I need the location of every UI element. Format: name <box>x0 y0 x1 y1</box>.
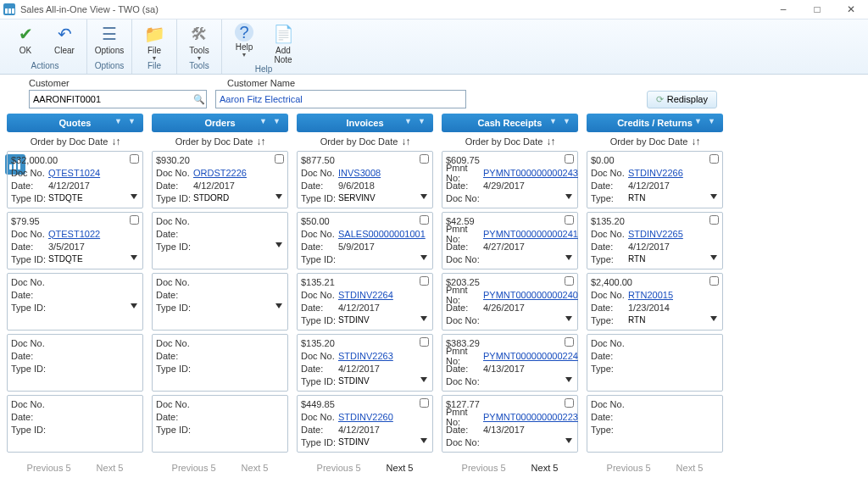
order-by[interactable]: Order by Doc Date↓↑ <box>7 132 143 151</box>
lookup-icon[interactable]: 🔍 <box>192 92 207 107</box>
tools-button[interactable]: 🛠 Tools ▼ <box>182 21 216 61</box>
order-by[interactable]: Order by Doc Date↓↑ <box>442 132 578 151</box>
type-select-wrap[interactable]: RTN <box>628 253 719 265</box>
type-select-wrap[interactable] <box>483 436 574 448</box>
ok-button[interactable]: ✔ OK <box>8 21 42 55</box>
doc-value[interactable]: STDINV2264 <box>338 290 393 300</box>
clear-button[interactable]: ↶ Clear <box>47 21 81 55</box>
customer-name-input[interactable] <box>215 90 466 108</box>
doc-value[interactable]: PYMNT000000000223 <box>483 412 578 422</box>
next-5[interactable]: Next 5 <box>676 463 704 473</box>
order-by[interactable]: Order by Doc Date↓↑ <box>152 132 288 151</box>
doc-value[interactable]: PYMNT000000000241 <box>483 229 578 239</box>
type-select[interactable]: STDQTE <box>48 253 83 265</box>
prev-5[interactable]: Previous 5 <box>607 463 651 473</box>
card-checkbox[interactable] <box>709 215 719 225</box>
file-button[interactable]: 📁 File ▼ <box>137 21 171 61</box>
maximize-button[interactable]: □ <box>800 0 834 19</box>
sort-arrows-icon[interactable]: ↓↑ <box>401 136 409 147</box>
doc-value[interactable]: SALES00000001001 <box>338 229 426 239</box>
type-select[interactable]: STDINV <box>338 436 370 448</box>
doc-value[interactable]: RTN20015 <box>628 290 673 300</box>
sort-arrows-icon[interactable]: ↓↑ <box>546 136 554 147</box>
type-select-wrap[interactable]: STDINV <box>338 375 429 387</box>
type-select-wrap[interactable] <box>483 375 574 387</box>
type-select[interactable]: SERVINV <box>338 192 376 204</box>
next-5[interactable]: Next 5 <box>387 463 414 473</box>
type-select[interactable]: RTN <box>628 253 646 265</box>
minimize-button[interactable]: – <box>766 0 800 19</box>
filter-icon[interactable]: ▼ <box>418 117 430 129</box>
doc-value[interactable]: STDINV2265 <box>628 229 683 239</box>
type-select-wrap[interactable] <box>48 301 139 314</box>
type-select-wrap[interactable]: STDORD <box>193 192 284 204</box>
customer-id-input[interactable] <box>29 90 207 108</box>
type-select-wrap[interactable] <box>193 240 284 253</box>
card-checkbox[interactable] <box>565 398 574 408</box>
filter-icon[interactable]: ▼ <box>404 117 416 129</box>
next-5[interactable]: Next 5 <box>531 463 559 473</box>
add-note-button[interactable]: 📄 Add Note <box>266 21 300 64</box>
type-select-wrap[interactable]: RTN <box>628 314 719 326</box>
card-checkbox[interactable] <box>565 154 574 164</box>
help-button[interactable]: ? Help ▼ <box>227 21 261 58</box>
type-select[interactable]: RTN <box>628 192 646 204</box>
filter-icon[interactable]: ▼ <box>694 117 706 129</box>
type-select[interactable]: STDINV <box>338 375 370 387</box>
card-checkbox[interactable] <box>420 398 429 408</box>
sort-arrows-icon[interactable]: ↓↑ <box>256 136 264 147</box>
order-by[interactable]: Order by Doc Date↓↑ <box>587 132 723 151</box>
doc-value[interactable]: QTEST1022 <box>48 229 100 239</box>
card-checkbox[interactable] <box>130 154 139 164</box>
type-select-wrap[interactable] <box>338 253 429 265</box>
type-select[interactable]: STDINV <box>338 314 370 326</box>
type-select-wrap[interactable] <box>483 314 574 326</box>
doc-value[interactable]: QTEST1024 <box>48 168 100 178</box>
type-select-wrap[interactable]: STDINV <box>338 314 429 326</box>
doc-value[interactable]: INVS3008 <box>338 168 381 178</box>
card-checkbox[interactable] <box>709 276 719 286</box>
next-5[interactable]: Next 5 <box>97 463 124 473</box>
type-select-wrap[interactable] <box>193 301 284 314</box>
doc-value[interactable]: PYMNT000000000240 <box>483 290 578 300</box>
filter-icon[interactable]: ▼ <box>708 117 720 129</box>
prev-5[interactable]: Previous 5 <box>317 463 361 473</box>
type-select-wrap[interactable]: STDINV <box>338 436 429 448</box>
card-checkbox[interactable] <box>565 276 574 286</box>
prev-5[interactable]: Previous 5 <box>462 463 506 473</box>
filter-icon[interactable]: ▼ <box>259 117 271 129</box>
card-checkbox[interactable] <box>275 154 284 164</box>
type-select-wrap[interactable]: STDQTE <box>48 253 139 265</box>
card-checkbox[interactable] <box>420 276 429 286</box>
card-checkbox[interactable] <box>420 215 429 225</box>
doc-value[interactable]: STDINV2266 <box>628 168 683 178</box>
next-5[interactable]: Next 5 <box>242 463 269 473</box>
type-select-wrap[interactable]: SERVINV <box>338 192 429 204</box>
card-checkbox[interactable] <box>420 154 429 164</box>
type-select[interactable]: STDQTE <box>48 192 83 204</box>
card-checkbox[interactable] <box>565 215 574 225</box>
type-select-wrap[interactable] <box>483 253 574 265</box>
filter-icon[interactable]: ▼ <box>549 117 561 129</box>
doc-value[interactable]: ORDST2226 <box>193 168 247 178</box>
doc-value[interactable]: PYMNT000000000224 <box>483 351 578 361</box>
type-select-wrap[interactable] <box>483 192 574 204</box>
filter-icon[interactable]: ▼ <box>273 117 285 129</box>
filter-icon[interactable]: ▼ <box>114 117 126 129</box>
type-select-wrap[interactable]: STDQTE <box>48 192 139 204</box>
doc-value[interactable]: STDINV2260 <box>338 412 393 422</box>
type-select[interactable]: RTN <box>628 314 646 326</box>
prev-5[interactable]: Previous 5 <box>172 463 216 473</box>
sort-arrows-icon[interactable]: ↓↑ <box>111 136 120 147</box>
card-checkbox[interactable] <box>420 337 429 347</box>
filter-icon[interactable]: ▼ <box>128 117 140 129</box>
card-checkbox[interactable] <box>130 215 139 225</box>
redisplay-button[interactable]: ⟳ Redisplay <box>647 91 717 108</box>
doc-value[interactable]: PYMNT000000000243 <box>483 168 578 178</box>
card-checkbox[interactable] <box>709 154 719 164</box>
type-select-wrap[interactable]: RTN <box>628 192 719 204</box>
card-checkbox[interactable] <box>565 337 574 347</box>
options-button[interactable]: ☰ Options <box>92 21 126 55</box>
close-button[interactable]: ✕ <box>834 0 868 19</box>
type-select[interactable]: STDORD <box>193 192 230 204</box>
